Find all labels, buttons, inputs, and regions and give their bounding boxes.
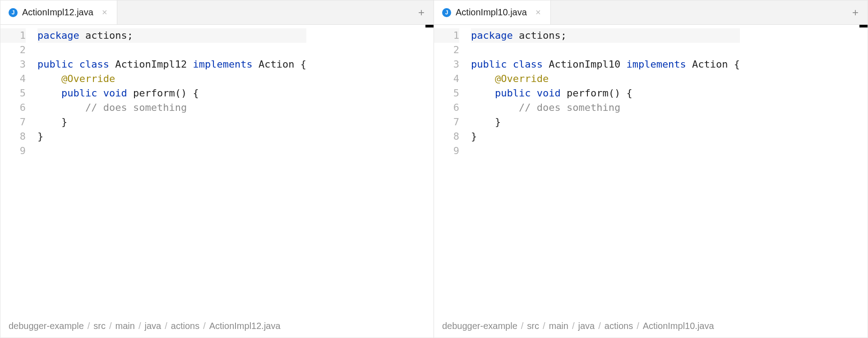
- code-token: ActionImpl10: [543, 59, 626, 70]
- line-number: 8: [434, 129, 459, 144]
- breadcrumb-separator: /: [135, 321, 145, 331]
- code-token: [73, 59, 79, 70]
- breadcrumb-separator: /: [84, 321, 94, 331]
- breadcrumb-separator: /: [199, 321, 209, 331]
- close-icon[interactable]: ×: [101, 9, 109, 17]
- breadcrumb-segment[interactable]: main: [115, 321, 135, 331]
- code-content[interactable]: package actions; public class ActionImpl…: [32, 25, 306, 338]
- code-token: // does something: [85, 102, 187, 113]
- code-line[interactable]: @Override: [471, 72, 740, 86]
- code-token: [531, 87, 536, 99]
- code-line[interactable]: [471, 144, 740, 158]
- code-token: [507, 59, 512, 70]
- code-token: [37, 102, 85, 113]
- breadcrumb-segment[interactable]: java: [145, 321, 162, 331]
- code-token: Action {: [253, 59, 306, 70]
- tab-bar: JActionImpl10.java×+: [434, 0, 868, 25]
- tab-bar: JActionImpl12.java×+: [0, 0, 434, 25]
- code-token: package: [471, 30, 513, 41]
- code-editor[interactable]: 123456789package actions; public class A…: [434, 25, 868, 338]
- code-token: ActionImpl12: [109, 59, 193, 70]
- code-token: void: [537, 87, 561, 99]
- code-line[interactable]: public void perform() {: [37, 86, 306, 100]
- close-icon[interactable]: ×: [534, 9, 542, 17]
- code-line[interactable]: [37, 144, 306, 158]
- editor-tab[interactable]: JActionImpl10.java×: [434, 0, 551, 24]
- breadcrumb[interactable]: debugger-example/src/main/java/actions/A…: [434, 316, 868, 338]
- code-token: public: [495, 87, 531, 99]
- code-line[interactable]: // does something: [471, 100, 740, 115]
- breadcrumb[interactable]: debugger-example/src/main/java/actions/A…: [0, 316, 434, 338]
- code-line[interactable]: public void perform() {: [471, 86, 740, 100]
- line-number: 3: [434, 57, 459, 72]
- line-number: 1: [0, 28, 26, 43]
- breadcrumb-segment[interactable]: src: [93, 321, 106, 331]
- breadcrumb-segment[interactable]: debugger-example: [9, 321, 84, 331]
- new-tab-button[interactable]: +: [409, 0, 434, 24]
- code-line[interactable]: }: [37, 115, 306, 129]
- code-token: perform() {: [561, 87, 633, 99]
- code-line[interactable]: public class ActionImpl10 implements Act…: [471, 57, 740, 72]
- code-token: class: [513, 59, 543, 70]
- line-number: 5: [0, 86, 26, 100]
- code-token: actions;: [513, 30, 567, 41]
- breadcrumb-segment[interactable]: actions: [171, 321, 199, 331]
- code-line[interactable]: public class ActionImpl12 implements Act…: [37, 57, 306, 72]
- line-number: 8: [0, 129, 26, 144]
- tabbar-spacer: [551, 0, 843, 24]
- code-line[interactable]: // does something: [37, 100, 306, 115]
- breadcrumb-segment[interactable]: actions: [605, 321, 633, 331]
- code-token: class: [79, 59, 109, 70]
- code-line[interactable]: [471, 43, 740, 57]
- java-file-icon: J: [9, 8, 18, 17]
- code-token: }: [471, 131, 477, 142]
- code-line[interactable]: }: [471, 115, 740, 129]
- code-line[interactable]: @Override: [37, 72, 306, 86]
- code-content[interactable]: package actions; public class ActionImpl…: [466, 25, 740, 338]
- code-line[interactable]: package actions;: [471, 28, 740, 43]
- code-token: package: [37, 30, 79, 41]
- editor-pane: JActionImpl12.java×+123456789package act…: [0, 0, 434, 338]
- breadcrumb-separator: /: [595, 321, 605, 331]
- code-token: [471, 102, 519, 113]
- breadcrumb-segment[interactable]: src: [527, 321, 539, 331]
- new-tab-button[interactable]: +: [843, 0, 868, 24]
- editor-tab[interactable]: JActionImpl12.java×: [0, 0, 117, 24]
- code-token: }: [471, 116, 501, 128]
- line-number: 6: [0, 100, 26, 115]
- breadcrumb-segment[interactable]: java: [578, 321, 595, 331]
- code-token: [37, 87, 61, 99]
- code-token: }: [37, 131, 43, 142]
- line-gutter: 123456789: [0, 25, 32, 338]
- line-number: 4: [0, 72, 26, 86]
- code-token: public: [471, 59, 507, 70]
- line-gutter: 123456789: [434, 25, 466, 338]
- line-number: 2: [0, 43, 26, 57]
- tab-filename: ActionImpl12.java: [22, 7, 93, 18]
- line-number: 9: [434, 144, 459, 158]
- editor-pane: JActionImpl10.java×+123456789package act…: [434, 0, 868, 338]
- code-line[interactable]: }: [37, 129, 306, 144]
- code-token: // does something: [519, 102, 620, 113]
- code-token: @Override: [61, 73, 115, 84]
- breadcrumb-separator: /: [568, 321, 578, 331]
- breadcrumb-separator: /: [633, 321, 643, 331]
- code-line[interactable]: package actions;: [37, 28, 306, 43]
- code-line[interactable]: [37, 43, 306, 57]
- breadcrumb-segment[interactable]: ActionImpl12.java: [209, 321, 281, 331]
- code-token: perform() {: [127, 87, 199, 99]
- breadcrumb-separator: /: [539, 321, 549, 331]
- code-token: [37, 73, 61, 84]
- code-line[interactable]: }: [471, 129, 740, 144]
- breadcrumb-segment[interactable]: main: [549, 321, 568, 331]
- code-token: public: [61, 87, 97, 99]
- code-token: void: [103, 87, 127, 99]
- code-editor[interactable]: 123456789package actions; public class A…: [0, 25, 434, 338]
- code-token: [471, 73, 495, 84]
- code-token: actions;: [79, 30, 133, 41]
- code-token: implements: [626, 59, 686, 70]
- breadcrumb-segment[interactable]: ActionImpl10.java: [643, 321, 714, 331]
- line-number: 9: [0, 144, 26, 158]
- breadcrumb-segment[interactable]: debugger-example: [442, 321, 517, 331]
- tab-filename: ActionImpl10.java: [456, 7, 527, 18]
